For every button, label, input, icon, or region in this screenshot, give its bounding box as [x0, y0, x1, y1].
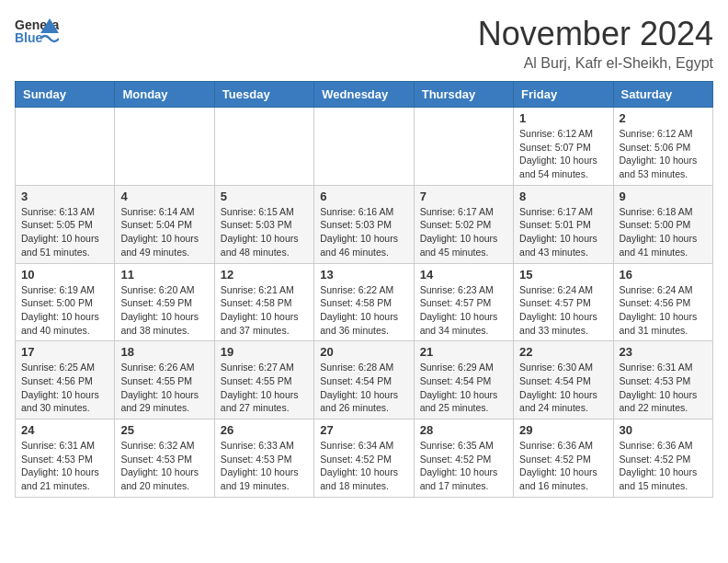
calendar-cell: 17Sunrise: 6:25 AM Sunset: 4:56 PM Dayli… — [16, 341, 115, 419]
calendar-cell: 22Sunrise: 6:30 AM Sunset: 4:54 PM Dayli… — [514, 341, 613, 419]
day-number: 19 — [221, 345, 308, 359]
logo: GeneralBlue — [15, 15, 59, 50]
day-info: Sunrise: 6:12 AM Sunset: 5:06 PM Dayligh… — [620, 127, 707, 181]
calendar-cell: 10Sunrise: 6:19 AM Sunset: 5:00 PM Dayli… — [16, 263, 115, 341]
day-number: 25 — [120, 423, 208, 437]
day-info: Sunrise: 6:17 AM Sunset: 5:02 PM Dayligh… — [420, 205, 507, 259]
day-info: Sunrise: 6:34 AM Sunset: 4:52 PM Dayligh… — [320, 439, 407, 493]
day-info: Sunrise: 6:18 AM Sunset: 5:00 PM Dayligh… — [620, 205, 707, 259]
calendar-header-sunday: Sunday — [16, 82, 115, 108]
day-number: 28 — [420, 423, 507, 437]
calendar-cell: 5Sunrise: 6:15 AM Sunset: 5:03 PM Daylig… — [214, 185, 313, 263]
day-info: Sunrise: 6:29 AM Sunset: 4:54 PM Dayligh… — [420, 361, 507, 415]
day-number: 16 — [620, 268, 707, 282]
calendar-cell: 16Sunrise: 6:24 AM Sunset: 4:56 PM Dayli… — [613, 263, 712, 341]
calendar-cell — [115, 108, 214, 186]
day-info: Sunrise: 6:22 AM Sunset: 4:58 PM Dayligh… — [320, 283, 407, 338]
day-info: Sunrise: 6:20 AM Sunset: 4:59 PM Dayligh… — [120, 283, 208, 338]
day-number: 1 — [519, 111, 607, 125]
day-number: 29 — [519, 423, 607, 437]
day-number: 2 — [620, 111, 707, 125]
calendar-cell — [214, 108, 313, 186]
day-number: 27 — [320, 423, 407, 437]
day-number: 17 — [21, 345, 108, 359]
day-number: 13 — [320, 268, 407, 282]
calendar-header-monday: Monday — [115, 82, 214, 108]
day-number: 24 — [21, 423, 108, 437]
day-info: Sunrise: 6:16 AM Sunset: 5:03 PM Dayligh… — [320, 205, 407, 259]
calendar-header-thursday: Thursday — [414, 82, 513, 108]
day-number: 20 — [320, 345, 407, 359]
title-section: November 2024 Al Burj, Kafr el-Sheikh, E… — [478, 15, 713, 72]
day-info: Sunrise: 6:24 AM Sunset: 4:57 PM Dayligh… — [519, 283, 607, 338]
calendar-week-row: 24Sunrise: 6:31 AM Sunset: 4:53 PM Dayli… — [16, 419, 713, 498]
day-number: 9 — [620, 190, 707, 203]
calendar-cell: 14Sunrise: 6:23 AM Sunset: 4:57 PM Dayli… — [414, 263, 513, 341]
calendar-cell: 8Sunrise: 6:17 AM Sunset: 5:01 PM Daylig… — [514, 185, 613, 263]
day-info: Sunrise: 6:30 AM Sunset: 4:54 PM Dayligh… — [519, 361, 607, 415]
calendar-header-friday: Friday — [514, 82, 613, 108]
calendar-cell: 6Sunrise: 6:16 AM Sunset: 5:03 PM Daylig… — [314, 185, 414, 263]
calendar-cell: 23Sunrise: 6:31 AM Sunset: 4:53 PM Dayli… — [613, 341, 712, 419]
day-number: 23 — [620, 345, 707, 359]
calendar-week-row: 10Sunrise: 6:19 AM Sunset: 5:00 PM Dayli… — [16, 263, 713, 341]
calendar-header-tuesday: Tuesday — [214, 82, 313, 108]
day-number: 30 — [620, 423, 707, 437]
day-info: Sunrise: 6:33 AM Sunset: 4:53 PM Dayligh… — [221, 439, 308, 493]
day-number: 18 — [120, 345, 208, 359]
calendar-cell — [414, 108, 513, 186]
calendar-week-row: 17Sunrise: 6:25 AM Sunset: 4:56 PM Dayli… — [16, 341, 713, 419]
day-number: 22 — [519, 345, 607, 359]
day-info: Sunrise: 6:24 AM Sunset: 4:56 PM Dayligh… — [620, 283, 707, 338]
day-info: Sunrise: 6:31 AM Sunset: 4:53 PM Dayligh… — [620, 361, 707, 415]
location-title: Al Burj, Kafr el-Sheikh, Egypt — [478, 55, 713, 72]
day-info: Sunrise: 6:12 AM Sunset: 5:07 PM Dayligh… — [519, 127, 607, 181]
logo-svg: GeneralBlue — [15, 15, 59, 50]
calendar-cell: 9Sunrise: 6:18 AM Sunset: 5:00 PM Daylig… — [613, 185, 712, 263]
calendar-table: SundayMondayTuesdayWednesdayThursdayFrid… — [15, 81, 713, 498]
calendar-cell: 21Sunrise: 6:29 AM Sunset: 4:54 PM Dayli… — [414, 341, 513, 419]
day-number: 8 — [519, 190, 607, 203]
day-info: Sunrise: 6:36 AM Sunset: 4:52 PM Dayligh… — [519, 439, 607, 493]
calendar-cell — [314, 108, 414, 186]
calendar-cell: 2Sunrise: 6:12 AM Sunset: 5:06 PM Daylig… — [613, 108, 712, 186]
calendar-cell: 15Sunrise: 6:24 AM Sunset: 4:57 PM Dayli… — [514, 263, 613, 341]
day-info: Sunrise: 6:17 AM Sunset: 5:01 PM Dayligh… — [519, 205, 607, 259]
day-number: 12 — [221, 268, 308, 282]
calendar-week-row: 3Sunrise: 6:13 AM Sunset: 5:05 PM Daylig… — [16, 185, 713, 263]
calendar-cell: 3Sunrise: 6:13 AM Sunset: 5:05 PM Daylig… — [16, 185, 115, 263]
calendar-cell: 20Sunrise: 6:28 AM Sunset: 4:54 PM Dayli… — [314, 341, 414, 419]
calendar-cell: 25Sunrise: 6:32 AM Sunset: 4:53 PM Dayli… — [115, 419, 214, 498]
calendar-cell: 26Sunrise: 6:33 AM Sunset: 4:53 PM Dayli… — [214, 419, 313, 498]
svg-text:Blue: Blue — [15, 30, 43, 45]
calendar-cell: 27Sunrise: 6:34 AM Sunset: 4:52 PM Dayli… — [314, 419, 414, 498]
day-info: Sunrise: 6:21 AM Sunset: 4:58 PM Dayligh… — [221, 283, 308, 338]
month-title: November 2024 — [478, 15, 713, 53]
calendar-cell: 18Sunrise: 6:26 AM Sunset: 4:55 PM Dayli… — [115, 341, 214, 419]
calendar-header-saturday: Saturday — [613, 82, 712, 108]
day-info: Sunrise: 6:28 AM Sunset: 4:54 PM Dayligh… — [320, 361, 407, 415]
day-number: 7 — [420, 190, 507, 203]
day-info: Sunrise: 6:14 AM Sunset: 5:04 PM Dayligh… — [120, 205, 208, 259]
calendar-header-row: SundayMondayTuesdayWednesdayThursdayFrid… — [16, 82, 713, 108]
day-info: Sunrise: 6:19 AM Sunset: 5:00 PM Dayligh… — [21, 283, 108, 338]
day-number: 14 — [420, 268, 507, 282]
day-info: Sunrise: 6:26 AM Sunset: 4:55 PM Dayligh… — [120, 361, 208, 415]
day-info: Sunrise: 6:15 AM Sunset: 5:03 PM Dayligh… — [221, 205, 308, 259]
day-number: 3 — [21, 190, 108, 203]
day-info: Sunrise: 6:32 AM Sunset: 4:53 PM Dayligh… — [120, 439, 208, 493]
day-number: 21 — [420, 345, 507, 359]
day-info: Sunrise: 6:36 AM Sunset: 4:52 PM Dayligh… — [620, 439, 707, 493]
calendar-cell: 12Sunrise: 6:21 AM Sunset: 4:58 PM Dayli… — [214, 263, 313, 341]
calendar-cell: 7Sunrise: 6:17 AM Sunset: 5:02 PM Daylig… — [414, 185, 513, 263]
calendar-cell: 11Sunrise: 6:20 AM Sunset: 4:59 PM Dayli… — [115, 263, 214, 341]
day-number: 5 — [221, 190, 308, 203]
calendar-cell — [16, 108, 115, 186]
day-info: Sunrise: 6:25 AM Sunset: 4:56 PM Dayligh… — [21, 361, 108, 415]
calendar-cell: 1Sunrise: 6:12 AM Sunset: 5:07 PM Daylig… — [514, 108, 613, 186]
calendar-cell: 19Sunrise: 6:27 AM Sunset: 4:55 PM Dayli… — [214, 341, 313, 419]
day-number: 15 — [519, 268, 607, 282]
calendar-cell: 29Sunrise: 6:36 AM Sunset: 4:52 PM Dayli… — [514, 419, 613, 498]
calendar-cell: 24Sunrise: 6:31 AM Sunset: 4:53 PM Dayli… — [16, 419, 115, 498]
day-number: 26 — [221, 423, 308, 437]
